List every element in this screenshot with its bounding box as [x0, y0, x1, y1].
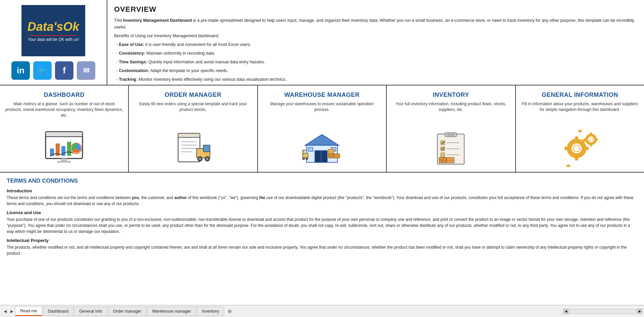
svg-rect-69 — [590, 144, 592, 146]
svg-rect-16 — [203, 145, 210, 152]
tab-read-me[interactable]: Read me — [15, 307, 42, 316]
scroll-right-btn[interactable]: ▶ — [637, 309, 642, 314]
overview-benefit-2: - Consistency: Maintain uniformity in re… — [114, 50, 637, 57]
svg-rect-71 — [596, 138, 598, 140]
svg-point-57 — [573, 145, 580, 152]
terms-ip-text: The products, whether modified or not, a… — [7, 244, 637, 256]
svg-rect-70 — [584, 138, 586, 140]
tab-scroll-right[interactable]: ▶ — [8, 307, 15, 315]
terms-title: TERMS AND CONDITIONS — [7, 178, 637, 184]
overview-benefit-5: - Tracking: Monitor inventory levels eff… — [114, 76, 637, 83]
tab-bar-right: ⋮ ◀ ▶ — [558, 309, 642, 314]
svg-rect-10 — [178, 133, 200, 137]
svg-rect-68 — [590, 132, 592, 134]
overview-benefit-4: - Customization: Adapt the template to y… — [114, 67, 637, 74]
svg-rect-34 — [334, 154, 340, 158]
tab-order-manager-label: Order manager — [113, 309, 142, 314]
linkedin-icon[interactable]: in — [11, 61, 30, 80]
svg-rect-33 — [328, 149, 334, 154]
svg-marker-21 — [305, 134, 339, 145]
svg-rect-64 — [566, 164, 571, 167]
svg-rect-61 — [585, 147, 589, 150]
logo-tagline: Your data will be OK with us! — [28, 37, 79, 42]
terms-ip-subtitle: Intellectual Property — [7, 238, 637, 243]
warehouse-manager-icon — [300, 128, 344, 169]
nav-card-order-desc: Easily fill new orders using a special t… — [134, 101, 252, 113]
terms-intro-subtitle: Introduction — [7, 188, 637, 193]
logo-social-panel: Data'sOk Your data will be OK with us! i… — [0, 0, 107, 85]
logo-underline — [30, 35, 77, 36]
social-icons-group: in 🐦 f ✉ — [11, 61, 95, 80]
svg-rect-29 — [303, 150, 307, 151]
tab-warehouse-manager[interactable]: Warehouse manager — [147, 307, 196, 316]
overview-benefit-1: - Ease of Use: it is user-friendly and c… — [114, 41, 637, 48]
nav-card-order-manager[interactable]: ORDER MANAGER Easily fill new orders usi… — [129, 85, 258, 172]
dashboard-icon — [42, 128, 86, 169]
tab-scroll-left[interactable]: ◀ — [2, 307, 8, 315]
terms-license-text: Your purchase of one of our products con… — [7, 216, 637, 235]
logo-text: Data'sOk — [28, 20, 79, 34]
order-manager-icon — [171, 128, 215, 169]
top-section: Data'sOk Your data will be OK with us! i… — [0, 0, 644, 85]
svg-point-18 — [199, 158, 201, 160]
tab-inventory-label: Inventory — [202, 309, 219, 314]
general-info-icon — [558, 128, 602, 169]
overview-intro: This Inventory Management Dashboard is a… — [114, 17, 637, 30]
tab-order-manager[interactable]: Order manager — [108, 307, 147, 316]
svg-rect-7 — [61, 158, 67, 161]
tab-warehouse-manager-label: Warehouse manager — [152, 309, 191, 314]
horizontal-scrollbar[interactable]: ◀ ▶ — [563, 309, 642, 314]
terms-section: TERMS AND CONDITIONS Introduction These … — [0, 173, 644, 265]
svg-rect-59 — [575, 157, 578, 161]
tab-bar: ◀ ▶ Read me Dashboard General Info Order… — [0, 305, 644, 317]
svg-rect-58 — [575, 136, 578, 140]
terms-license-subtitle: License and Use — [7, 210, 637, 215]
nav-card-warehouse-manager[interactable]: WAREHOUSE MANAGER Manage your warehouses… — [258, 85, 387, 172]
logo-brand: Data's — [28, 20, 63, 34]
nav-card-warehouse-desc: Manage your warehouses to ensure sustain… — [263, 101, 381, 113]
nav-card-inventory[interactable]: INVENTORY Your full inventory informatio… — [387, 85, 516, 172]
scroll-track[interactable] — [569, 309, 636, 314]
nav-cards-section: DASHBOARD Main metrics at a glance, such… — [0, 85, 644, 173]
svg-rect-48 — [441, 153, 445, 157]
nav-card-dashboard-desc: Main metrics at a glance, such as number… — [5, 101, 123, 118]
svg-rect-25 — [308, 147, 313, 151]
tab-read-me-label: Read me — [20, 309, 37, 313]
nav-card-general-title: GENERAL INFORMATION — [542, 91, 618, 99]
svg-rect-8 — [57, 161, 71, 163]
svg-point-20 — [206, 158, 208, 160]
tab-general-info-label: General Info — [79, 309, 102, 314]
email-icon[interactable]: ✉ — [77, 61, 95, 80]
tab-add-button[interactable]: ⊕ — [225, 307, 234, 316]
tab-inventory[interactable]: Inventory — [197, 307, 224, 316]
terms-intro-text: These terms and conditions set out the t… — [7, 195, 637, 207]
nav-card-general-desc: Fill in information about your products,… — [521, 101, 639, 113]
nav-card-general-info[interactable]: GENERAL INFORMATION Fill in information … — [516, 85, 644, 172]
twitter-icon[interactable]: 🐦 — [33, 61, 52, 80]
svg-point-31 — [306, 157, 308, 160]
nav-card-dashboard[interactable]: DASHBOARD Main metrics at a glance, such… — [0, 85, 129, 172]
facebook-icon[interactable]: f — [55, 61, 73, 80]
tab-dashboard-label: Dashboard — [48, 309, 68, 314]
nav-card-inventory-desc: Your full inventory information, includi… — [392, 101, 510, 113]
svg-point-30 — [303, 157, 305, 160]
svg-rect-39 — [447, 134, 455, 136]
overview-title: OVERVIEW — [114, 5, 637, 14]
svg-rect-1 — [46, 132, 83, 137]
nav-card-inventory-title: INVENTORY — [433, 91, 469, 99]
overview-panel: OVERVIEW This Inventory Management Dashb… — [107, 0, 644, 85]
svg-rect-60 — [565, 147, 568, 150]
inventory-icon — [429, 128, 473, 169]
tab-general-info[interactable]: General Info — [74, 307, 107, 316]
overview-benefit-3: - Time Savings: Quickly input informatio… — [114, 59, 637, 65]
svg-point-67 — [589, 138, 593, 141]
tab-dashboard[interactable]: Dashboard — [43, 307, 73, 316]
logo-box: Data'sOk Your data will be OK with us! — [21, 5, 85, 56]
nav-card-dashboard-title: DASHBOARD — [44, 91, 85, 99]
logo-highlight: Ok — [63, 20, 79, 34]
svg-rect-63 — [578, 130, 582, 133]
scroll-left-btn[interactable]: ◀ — [563, 309, 569, 314]
tab-bar-dots: ⋮ — [558, 309, 562, 313]
overview-benefits-label: Benefits of Using our Inventory Manageme… — [114, 33, 637, 39]
nav-card-warehouse-title: WAREHOUSE MANAGER — [284, 91, 360, 99]
